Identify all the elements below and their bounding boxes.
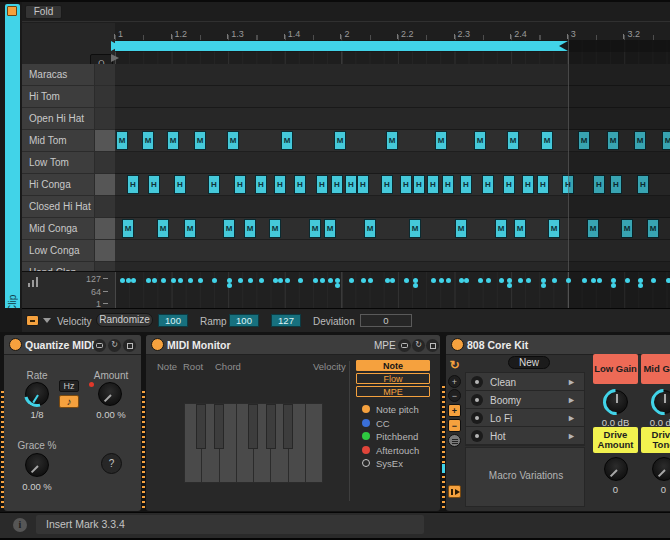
midi-note[interactable]: M — [514, 219, 526, 238]
macro-knob[interactable] — [652, 457, 670, 481]
clip-start-marker-icon[interactable] — [111, 54, 119, 62]
velocity-marker[interactable] — [582, 278, 587, 283]
midi-note[interactable]: H — [427, 175, 439, 194]
velocity-marker[interactable] — [120, 278, 125, 283]
drum-row-preview-cell[interactable] — [94, 86, 115, 107]
velocity-marker[interactable] — [227, 283, 232, 288]
deviation-field[interactable]: 0 — [360, 314, 412, 327]
velocity-marker[interactable] — [313, 278, 318, 283]
midi-note[interactable]: H — [413, 175, 425, 194]
loop-brace[interactable] — [115, 41, 568, 51]
velocity-marker[interactable] — [625, 278, 630, 283]
device-on-toggle[interactable] — [9, 338, 22, 351]
velocity-marker[interactable] — [591, 278, 596, 283]
macro-name-box[interactable]: Drive Tone — [641, 427, 670, 453]
save-preset-icon[interactable] — [123, 339, 136, 352]
drum-row-name[interactable]: Hi Tom — [22, 86, 115, 108]
midi-note[interactable]: M — [435, 131, 447, 150]
midi-note[interactable]: M — [495, 219, 507, 238]
velocity-marker[interactable] — [238, 278, 243, 283]
macro-value[interactable]: 0 — [641, 484, 670, 495]
velocity-marker[interactable] — [518, 278, 523, 283]
ramp-end-field[interactable]: 127 — [271, 314, 301, 327]
hz-mode-button[interactable]: Hz — [59, 380, 79, 392]
velocity-marker[interactable] — [278, 278, 283, 283]
grace-knob[interactable] — [25, 453, 49, 477]
velocity-marker[interactable] — [464, 278, 469, 283]
velocity-marker[interactable] — [431, 278, 436, 283]
midi-note[interactable]: H — [274, 175, 286, 194]
velocity-marker[interactable] — [478, 278, 483, 283]
velocity-marker[interactable] — [298, 278, 303, 283]
midi-note[interactable]: H — [316, 175, 328, 194]
midi-note[interactable]: M — [507, 131, 519, 150]
velocity-marker[interactable] — [188, 278, 193, 283]
velocity-marker[interactable] — [666, 278, 670, 283]
midi-note[interactable]: M — [541, 131, 553, 150]
save-preset-icon[interactable] — [426, 339, 439, 352]
variation-launch-icon[interactable]: ► — [567, 395, 576, 405]
midi-note[interactable]: H — [460, 175, 472, 194]
drum-row-preview-cell[interactable] — [94, 64, 115, 85]
velocity-marker[interactable] — [349, 278, 354, 283]
midi-note[interactable]: H — [208, 175, 220, 194]
velocity-marker[interactable] — [486, 278, 491, 283]
variation-row[interactable]: Boomy► — [466, 391, 584, 409]
velocity-marker[interactable] — [248, 278, 253, 283]
velocity-marker[interactable] — [526, 278, 531, 283]
velocity-marker[interactable] — [638, 283, 643, 288]
monitor-mode-button-flow[interactable]: Flow — [356, 373, 430, 384]
hot-swap-icon[interactable]: ↻ — [412, 339, 425, 352]
velocity-marker[interactable] — [131, 278, 136, 283]
device-on-toggle[interactable] — [151, 338, 164, 351]
velocity-marker[interactable] — [404, 278, 409, 283]
drum-row-name[interactable]: Hi Conga — [22, 174, 115, 196]
macro-value[interactable]: 0 — [593, 484, 638, 495]
velocity-marker[interactable] — [285, 278, 290, 283]
midi-note[interactable]: H — [442, 175, 454, 194]
fold-button[interactable]: Fold — [25, 5, 62, 19]
drum-row-preview-cell[interactable] — [94, 196, 115, 217]
randomize-button[interactable]: Randomize — [96, 313, 153, 327]
midi-note[interactable]: H — [148, 175, 160, 194]
velocity-marker[interactable] — [259, 278, 264, 283]
new-variation-button[interactable]: New — [508, 356, 550, 369]
drum-row-preview-cell[interactable] — [94, 240, 115, 261]
variation-menu-icon[interactable] — [448, 434, 461, 447]
add-macro-button[interactable]: + — [448, 404, 461, 417]
variation-row[interactable]: Lo Fi► — [466, 409, 584, 427]
clip-activator-square[interactable] — [7, 6, 17, 16]
midi-note[interactable]: M — [157, 219, 169, 238]
velocity-marker[interactable] — [439, 278, 444, 283]
midi-note[interactable]: H — [127, 175, 139, 194]
clip-color-strip[interactable]: Clip — [5, 4, 20, 322]
velocity-marker[interactable] — [541, 283, 546, 288]
drum-row-name[interactable]: Maracas — [22, 64, 115, 86]
macro-knob[interactable] — [604, 457, 628, 481]
midi-note[interactable]: M — [227, 131, 239, 150]
loop-end-notch-icon[interactable] — [559, 41, 568, 51]
velocity-marker[interactable] — [212, 278, 217, 283]
drum-row-preview-cell[interactable] — [94, 152, 115, 173]
velocity-marker[interactable] — [597, 278, 602, 283]
grace-value[interactable]: 0.00 % — [10, 481, 64, 492]
drum-row-name[interactable]: Low Tom — [22, 152, 115, 174]
midi-note[interactable]: H — [537, 175, 549, 194]
velocity-marker[interactable] — [566, 278, 571, 283]
drum-row-name[interactable]: Closed Hi Hat — [22, 196, 115, 218]
midi-note[interactable]: H — [255, 175, 267, 194]
midi-note[interactable]: M — [244, 219, 256, 238]
midi-note[interactable]: H — [294, 175, 306, 194]
drum-row-name[interactable]: Low Conga — [22, 240, 115, 262]
macro-name-box[interactable]: Drive Amount — [593, 427, 638, 453]
midi-note[interactable]: H — [482, 175, 494, 194]
drum-row-preview-cell[interactable] — [94, 174, 115, 195]
macro-knob[interactable] — [604, 390, 628, 414]
velocity-marker[interactable] — [328, 278, 333, 283]
macro-knob[interactable] — [652, 390, 670, 414]
velocity-marker[interactable] — [499, 278, 504, 283]
rate-value[interactable]: 1/8 — [14, 409, 60, 420]
comment-icon[interactable] — [398, 339, 411, 352]
velocity-lane[interactable] — [115, 272, 670, 308]
midi-note[interactable]: M — [309, 219, 321, 238]
